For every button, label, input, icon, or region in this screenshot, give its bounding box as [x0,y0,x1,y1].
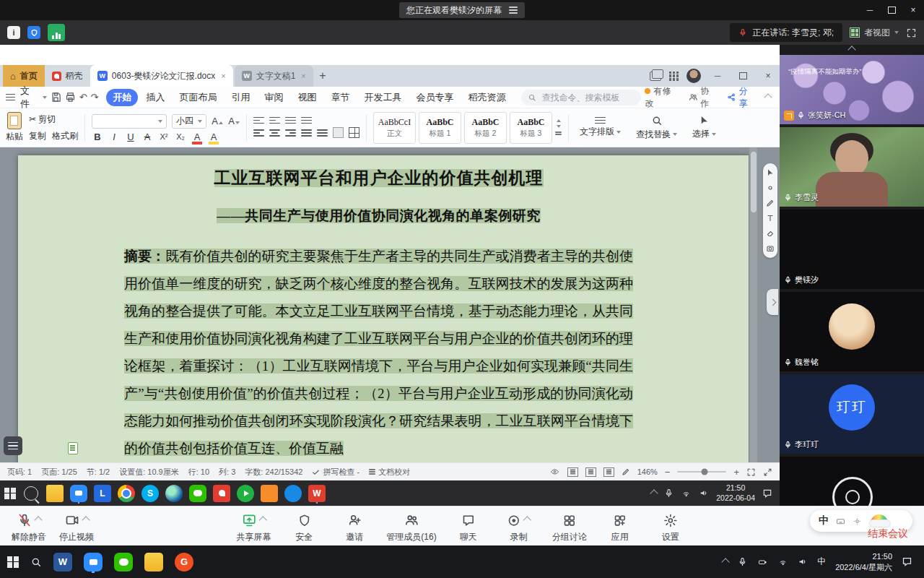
zoom-slider-knob[interactable] [702,469,708,475]
taskbar-app-icon[interactable]: L [94,485,111,502]
find-replace-tool[interactable]: 查找替换 [632,115,681,141]
zoom-out-button[interactable]: − [665,467,671,478]
command-search[interactable] [521,90,641,105]
view-mode-page-icon[interactable] [567,467,578,477]
ribbon-tab-references[interactable]: 引用 [225,89,256,106]
notification-icon[interactable] [762,488,772,499]
text-layout-tool[interactable]: 文字排版 [575,117,625,139]
fullscreen-icon[interactable] [906,27,917,38]
align-center-icon[interactable] [269,129,280,137]
stats-icon[interactable] [48,24,65,41]
edge-icon[interactable] [165,485,183,502]
wps-minimize-button[interactable]: ─ [709,71,726,81]
text-annotation-icon[interactable] [766,214,775,223]
start-button[interactable] [4,488,16,499]
line-spacing-icon[interactable] [317,129,328,137]
wps-app-icon[interactable]: W [308,485,326,502]
shading-icon[interactable] [333,127,344,138]
record-button[interactable]: 录制 [500,512,538,543]
tab-document[interactable]: W 文字文稿1 × [235,65,313,87]
meeting-app-icon[interactable] [70,485,87,502]
collaborate-button[interactable]: 协作 [689,85,718,110]
ribbon-tab-dev-tools[interactable]: 开发工具 [357,89,408,106]
style-heading1[interactable]: AaBbC 标题 1 [419,112,461,144]
share-screen-button[interactable]: 共享屏幕 [235,512,272,543]
outdent-icon[interactable] [285,117,296,124]
account-avatar[interactable] [687,69,701,83]
expand-icon[interactable] [763,467,772,477]
ime-lang-indicator[interactable]: 中 [819,514,829,527]
borders-icon[interactable] [349,127,359,138]
meeting-app-icon[interactable] [84,553,103,571]
laser-pointer-icon[interactable] [766,184,775,192]
maximize-button[interactable] [881,0,902,20]
fit-page-icon[interactable] [746,467,756,477]
gallery-more-icon[interactable] [555,131,562,137]
manage-members-button[interactable]: 管理成员(16) [386,512,436,543]
file-explorer-icon[interactable] [46,485,64,502]
tab-close-icon[interactable]: × [301,72,305,80]
pen-icon[interactable] [766,199,775,207]
edit-pencil-icon[interactable] [622,467,630,476]
spell-check-button[interactable]: 拼写检查 - [312,467,359,478]
volume-icon[interactable] [798,557,808,566]
banner-menu-icon[interactable] [509,5,518,16]
hidden-icons-chevron[interactable] [650,489,658,497]
hidden-icons-chevron[interactable] [721,558,729,566]
wifi-icon[interactable] [681,489,692,498]
start-button[interactable] [7,556,19,568]
stop-video-button[interactable]: 停止视频 [58,512,95,543]
battery-icon[interactable] [757,558,768,566]
strikethrough-button[interactable]: A [141,132,153,142]
chevron-up-icon[interactable] [523,516,531,524]
save-icon[interactable] [51,92,61,103]
underline-button[interactable]: U [125,132,136,142]
modified-indicator[interactable]: 有修改 [645,85,679,110]
word-app-icon[interactable]: W [53,553,72,571]
status-word-count[interactable]: 字数: 242/15342 [245,467,302,478]
document-page[interactable]: 工业互联网平台和用户企业的价值共创机理 ——共同生产与使用价值协同演化视角的单案… [18,155,749,462]
command-search-input[interactable] [540,92,629,103]
style-heading2[interactable]: AaBbC 标题 2 [464,112,507,144]
undo-icon[interactable]: ↶ [79,92,87,103]
chevron-up-icon[interactable] [82,516,90,524]
ribbon-tab-review[interactable]: 审阅 [258,89,289,106]
participant-tile[interactable]: “疫情隔离不能如期举办” 张笑妍-CH [780,55,924,124]
ribbon-tab-home[interactable]: 开始 [106,89,138,106]
tab-document-active[interactable]: W 0603-樊镁汐论文汇报.docx × [90,65,233,87]
minimize-button[interactable]: ─ [859,0,881,20]
taskbar-app-icon[interactable] [213,485,230,502]
participant-tile[interactable]: 樊镁汐 [780,210,924,289]
font-name-select[interactable] [92,114,167,129]
sidebar-collapse-arrow[interactable] [780,45,924,55]
italic-button[interactable]: I [108,132,120,142]
taskbar-search-icon[interactable] [22,485,40,502]
new-tab-button[interactable]: + [313,65,332,87]
bold-button[interactable]: B [92,132,103,142]
close-button[interactable]: × [902,0,924,20]
view-mode-toggle[interactable]: 者视图 [850,27,899,39]
superscript-button[interactable]: X² [158,133,170,141]
print-icon[interactable] [65,92,76,103]
breakout-rooms-button[interactable]: 分组讨论 [551,512,588,543]
unmute-button[interactable]: 解除静音 [10,512,48,543]
participant-tile[interactable]: 玎玎 李玎玎 [780,374,924,454]
panel-collapse-handle[interactable] [767,289,778,315]
hamburger-icon[interactable] [6,92,15,103]
gallery-down-icon[interactable] [557,125,561,128]
info-icon[interactable]: i [7,26,20,39]
view-mode-web-icon[interactable] [585,467,596,477]
scrollbar-thumb[interactable] [751,152,757,212]
cut-button[interactable]: ✂ 剪切 [29,113,56,126]
view-mode-outline-icon[interactable] [603,467,614,477]
indent-icon[interactable] [301,117,312,124]
paste-button[interactable]: 粘贴 [6,112,23,143]
save-annotation-icon[interactable] [766,244,775,253]
grow-font-button[interactable]: A [212,116,223,126]
ribbon-collapse-icon[interactable] [764,93,772,101]
format-painter-button[interactable]: 格式刷 [52,130,78,142]
watching-banner[interactable]: 您正在观看樊镁汐的屏幕 [399,2,525,18]
settings-button[interactable]: 设置 [652,512,689,543]
copy-button[interactable]: 复制 [29,130,46,142]
mic-icon[interactable] [738,557,747,566]
